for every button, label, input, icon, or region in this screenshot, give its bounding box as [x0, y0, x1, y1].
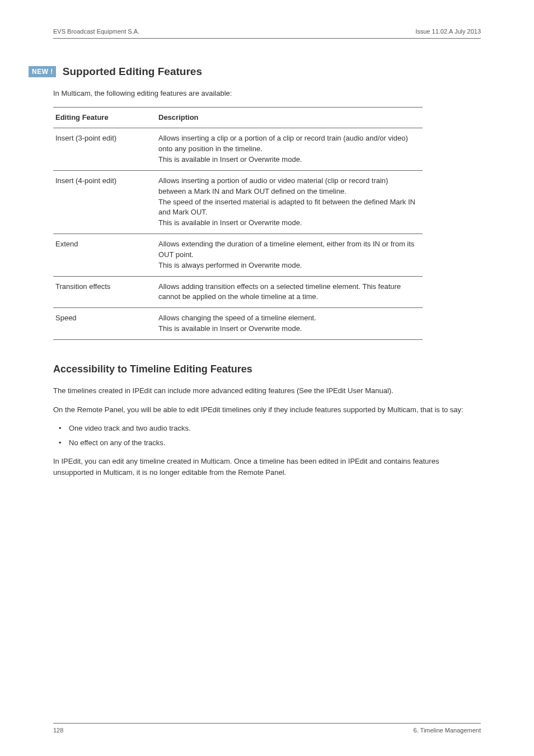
header-right: Issue 11.02.A July 2013: [415, 28, 481, 35]
intro-paragraph: In Multicam, the following editing featu…: [53, 88, 481, 99]
footer-page-number: 128: [53, 727, 63, 734]
description-cell: Allows inserting a portion of audio or v…: [156, 170, 423, 234]
table-header-description: Description: [156, 107, 423, 128]
page-footer: 128 6. Timeline Management: [53, 723, 481, 734]
list-item: No effect on any of the tracks.: [53, 437, 481, 449]
feature-cell: Insert (3-point edit): [53, 128, 156, 171]
table-row: Insert (4-point edit) Allows inserting a…: [53, 170, 423, 234]
body-paragraph: In IPEdit, you can edit any timeline cre…: [53, 456, 481, 478]
section-heading-accessibility: Accessibility to Timeline Editing Featur…: [53, 363, 481, 375]
description-cell: Allows changing the speed of a timeline …: [156, 308, 423, 340]
heading-text: Supported Editing Features: [63, 66, 202, 78]
page-header: EVS Broadcast Equipment S.A. Issue 11.02…: [53, 28, 481, 39]
description-cell: Allows extending the duration of a timel…: [156, 234, 423, 277]
body-paragraph: The timelines created in IPEdit can incl…: [53, 385, 481, 396]
feature-cell: Transition effects: [53, 276, 156, 308]
table-row: Extend Allows extending the duration of …: [53, 234, 423, 277]
body-paragraph: On the Remote Panel, you will be able to…: [53, 404, 481, 416]
table-header-row: Editing Feature Description: [53, 107, 423, 128]
feature-cell: Extend: [53, 234, 156, 277]
feature-cell: Insert (4-point edit): [53, 170, 156, 234]
feature-cell: Speed: [53, 308, 156, 340]
description-cell: Allows adding transition effects on a se…: [156, 276, 423, 308]
section-heading-supported-editing: NEW ! Supported Editing Features: [29, 66, 481, 78]
table-row: Transition effects Allows adding transit…: [53, 276, 423, 308]
table-row: Insert (3-point edit) Allows inserting a…: [53, 128, 423, 171]
table-row: Speed Allows changing the speed of a tim…: [53, 308, 423, 340]
list-item: One video track and two audio tracks.: [53, 423, 481, 434]
footer-chapter: 6. Timeline Management: [414, 727, 481, 734]
bullet-list: One video track and two audio tracks. No…: [53, 423, 481, 448]
new-badge: NEW !: [29, 66, 56, 77]
header-left: EVS Broadcast Equipment S.A.: [53, 28, 139, 35]
table-header-feature: Editing Feature: [53, 107, 156, 128]
editing-features-table: Editing Feature Description Insert (3-po…: [53, 107, 423, 340]
description-cell: Allows inserting a clip or a portion of …: [156, 128, 423, 171]
